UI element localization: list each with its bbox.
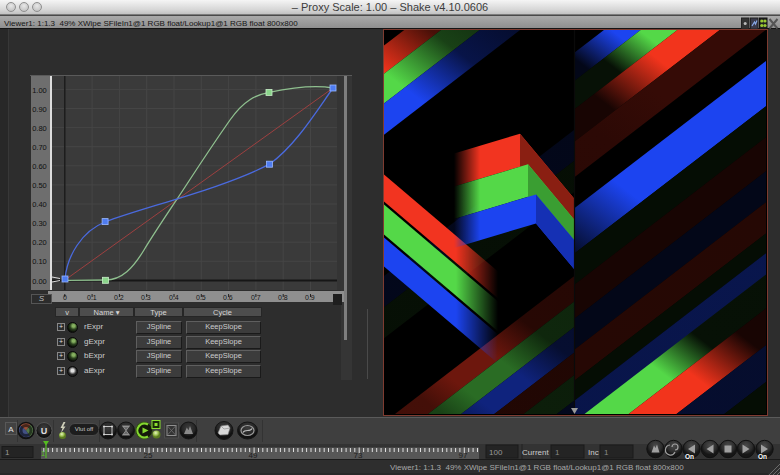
svg-text:A: A (8, 425, 14, 434)
svg-text:1: 1 (5, 448, 10, 457)
svg-text:Vlut off: Vlut off (75, 426, 94, 432)
svg-text:100: 100 (489, 448, 503, 457)
svg-text:97: 97 (459, 451, 468, 460)
svg-text:25: 25 (144, 451, 153, 460)
svg-text:Current: Current (522, 448, 549, 457)
svg-text:1: 1 (41, 450, 45, 457)
svg-text:49: 49 (249, 451, 258, 460)
svg-text:73: 73 (354, 451, 363, 460)
svg-text:1: 1 (555, 448, 560, 457)
svg-text:U: U (41, 426, 48, 436)
svg-text:1: 1 (604, 448, 609, 457)
svg-text:Inc: Inc (588, 448, 599, 457)
